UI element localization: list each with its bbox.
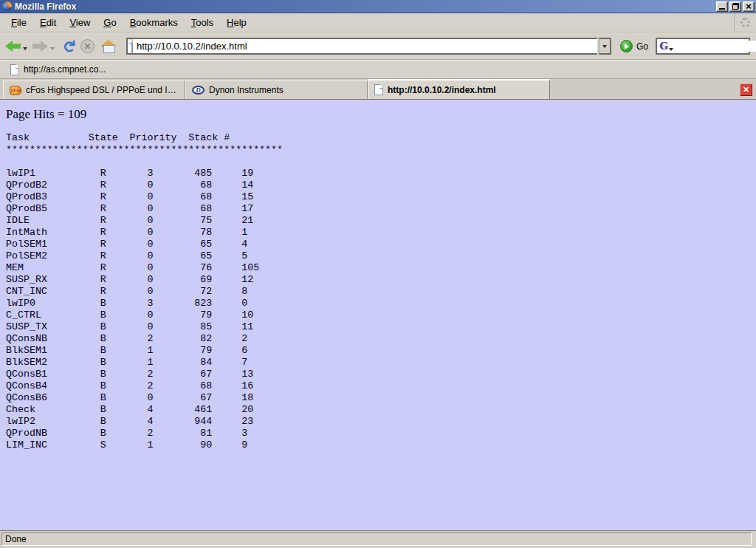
task-row: lwIP1 R 3 485 19 xyxy=(6,168,756,179)
forward-dropdown-icon xyxy=(50,47,55,50)
tab-2[interactable]: DDynon Instruments xyxy=(185,81,368,99)
task-row: Check B 4 461 20 xyxy=(6,404,756,416)
task-row: MEM R 0 76 105 xyxy=(6,262,756,274)
window-title: Mozilla Firefox xyxy=(15,1,716,12)
tab-label: Dynon Instruments xyxy=(209,85,284,95)
dynon-icon: D xyxy=(192,86,205,95)
task-row: lwIP0 B 3 823 0 xyxy=(6,298,756,309)
menu-edit[interactable]: Edit xyxy=(33,15,63,30)
back-dropdown-icon xyxy=(23,47,27,50)
bookmark-page-icon xyxy=(10,64,19,75)
task-row: QConsB6 B 0 67 18 xyxy=(6,392,756,404)
task-row: LIM_INC S 1 90 9 xyxy=(6,439,756,451)
menu-go[interactable]: Go xyxy=(97,15,123,30)
page-content: Page Hits = 109 Task State Priority Stac… xyxy=(0,100,756,530)
menu-help[interactable]: Help xyxy=(220,15,253,30)
chevron-down-icon xyxy=(602,45,607,48)
task-table-blank xyxy=(6,156,756,168)
task-row: QProdB5 R 0 68 17 xyxy=(6,203,756,215)
page-icon xyxy=(131,39,133,53)
task-row: QProdB3 R 0 68 15 xyxy=(6,191,756,203)
close-tab-button[interactable]: ✕ xyxy=(740,83,752,96)
minimize-button[interactable] xyxy=(716,1,728,12)
menu-file[interactable]: File xyxy=(4,15,33,30)
tab-label: http://10.0.10.2/index.html xyxy=(388,85,496,95)
activity-throbber-icon xyxy=(740,18,750,27)
task-row: SUSP_TX B 0 85 11 xyxy=(6,321,756,333)
tabs-container: cFos Highspeed DSL / PPPoE und ISDN CAP.… xyxy=(3,79,550,99)
task-row: QConsNB B 2 82 2 xyxy=(6,333,756,345)
bookmark-item[interactable]: http://as.cmpnet.co... xyxy=(6,63,110,77)
tab-label: cFos Highspeed DSL / PPPoE und ISDN CAP.… xyxy=(26,85,179,95)
task-row: IntMath R 0 78 1 xyxy=(6,227,756,239)
go-button[interactable]: Go xyxy=(613,40,654,52)
firefox-icon xyxy=(2,1,12,11)
task-row: PolSEM2 R 0 65 5 xyxy=(6,250,756,262)
url-input[interactable] xyxy=(137,40,597,52)
cfos-icon xyxy=(10,86,21,95)
stop-button[interactable]: ✕ xyxy=(80,38,95,55)
reload-icon: ↻ xyxy=(61,38,76,55)
status-bar: Done xyxy=(0,530,756,548)
task-table: Task State Priority Stack #*************… xyxy=(6,132,756,451)
go-icon xyxy=(620,40,633,52)
close-button[interactable]: × xyxy=(743,1,755,12)
back-button[interactable] xyxy=(4,39,30,53)
menu-view[interactable]: View xyxy=(63,15,97,30)
navigation-toolbar: ↻ ✕ Go G xyxy=(0,32,756,60)
restore-icon xyxy=(732,3,739,10)
task-row: SUSP_RX R 0 69 12 xyxy=(6,274,756,286)
stop-icon: ✕ xyxy=(80,39,94,53)
task-row: C_CTRL B 0 79 10 xyxy=(6,309,756,321)
task-row: BlkSEM1 B 1 79 6 xyxy=(6,345,756,357)
reload-button[interactable]: ↻ xyxy=(59,38,78,55)
task-row: PolSEM1 R 0 65 4 xyxy=(6,239,756,250)
restore-button[interactable] xyxy=(729,1,741,12)
minimize-icon xyxy=(719,8,725,10)
task-row: QProdB2 R 0 68 14 xyxy=(6,179,756,191)
browser-window: Mozilla Firefox × FileEditViewGoBookmark… xyxy=(0,0,756,548)
tab-3[interactable]: http://10.0.10.2/index.html xyxy=(368,79,550,99)
google-icon: G xyxy=(659,41,668,52)
forward-icon xyxy=(32,41,48,52)
task-row: lwIP2 B 4 944 23 xyxy=(6,416,756,428)
url-bar xyxy=(126,38,597,55)
task-row: QProdNB B 2 81 3 xyxy=(6,428,756,439)
task-row: QConsB4 B 2 68 16 xyxy=(6,380,756,392)
back-icon xyxy=(5,41,21,52)
menu-bar-items: FileEditViewGoBookmarksToolsHelp xyxy=(4,15,253,30)
tab-bar-filler xyxy=(550,81,740,99)
page-icon xyxy=(374,84,383,95)
close-icon: × xyxy=(746,3,752,10)
task-row: BlkSEM2 B 1 84 7 xyxy=(6,357,756,369)
tab-1[interactable]: cFos Highspeed DSL / PPPoE und ISDN CAP.… xyxy=(3,81,185,99)
url-dropdown-button[interactable] xyxy=(599,38,611,55)
task-row: CNT_INC R 0 72 8 xyxy=(6,286,756,298)
throbber-box xyxy=(734,13,756,32)
menu-tools[interactable]: Tools xyxy=(185,15,220,30)
task-row: QConsB1 B 2 67 13 xyxy=(6,369,756,380)
home-button[interactable] xyxy=(97,38,120,54)
home-icon xyxy=(100,40,117,52)
tab-bar: cFos Highspeed DSL / PPPoE und ISDN CAP.… xyxy=(0,79,756,100)
search-box: G xyxy=(656,38,750,55)
bookmarks-toolbar: http://as.cmpnet.co... xyxy=(0,60,756,79)
bookmark-label: http://as.cmpnet.co... xyxy=(24,64,106,75)
search-engine-dropdown-icon[interactable] xyxy=(669,48,673,51)
title-bar: Mozilla Firefox × xyxy=(0,0,756,13)
forward-button[interactable] xyxy=(32,39,58,53)
task-table-separator: ****************************************… xyxy=(6,144,756,156)
task-table-header: Task State Priority Stack # xyxy=(6,132,756,144)
menu-bookmarks[interactable]: Bookmarks xyxy=(123,15,185,30)
menu-bar: FileEditViewGoBookmarksToolsHelp xyxy=(0,13,756,32)
task-row: IDLE R 0 75 21 xyxy=(6,215,756,227)
page-hits-text: Page Hits = 109 xyxy=(6,107,756,122)
go-label: Go xyxy=(636,41,648,52)
search-input[interactable] xyxy=(675,41,756,52)
status-text: Done xyxy=(1,532,752,546)
